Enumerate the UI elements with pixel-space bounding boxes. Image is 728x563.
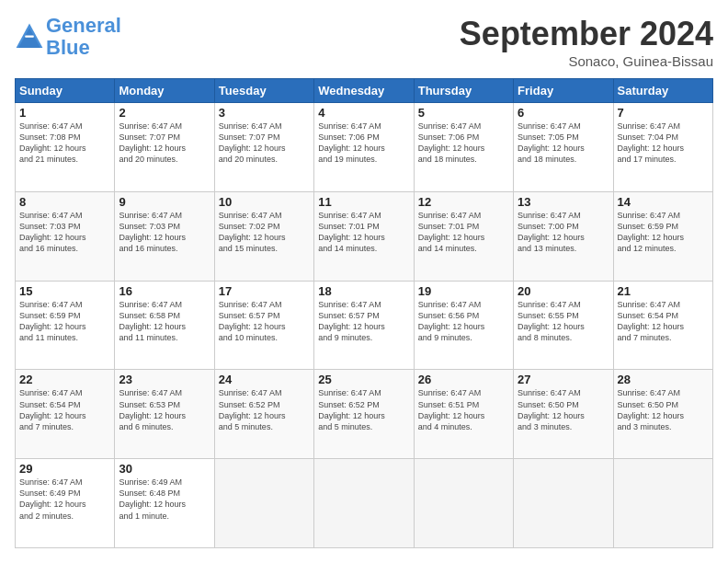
day-info: Sunrise: 6:47 AM Sunset: 6:55 PM Dayligh…	[518, 299, 609, 344]
day-info: Sunrise: 6:47 AM Sunset: 6:59 PM Dayligh…	[618, 210, 709, 255]
day-info: Sunrise: 6:47 AM Sunset: 7:06 PM Dayligh…	[318, 121, 409, 166]
day-info: Sunrise: 6:47 AM Sunset: 6:52 PM Dayligh…	[219, 387, 310, 432]
day-info: Sunrise: 6:47 AM Sunset: 6:56 PM Dayligh…	[418, 299, 509, 344]
day-info: Sunrise: 6:47 AM Sunset: 6:57 PM Dayligh…	[318, 299, 409, 344]
day-number: 24	[219, 373, 310, 386]
calendar-cell: 23Sunrise: 6:47 AM Sunset: 6:53 PM Dayli…	[115, 370, 214, 459]
logo-icon	[15, 22, 44, 52]
day-number: 23	[119, 373, 210, 386]
day-number: 9	[119, 195, 210, 209]
day-number: 17	[219, 284, 310, 298]
week-row-3: 15Sunrise: 6:47 AM Sunset: 6:59 PM Dayli…	[16, 281, 713, 370]
day-info: Sunrise: 6:47 AM Sunset: 6:51 PM Dayligh…	[418, 387, 509, 432]
calendar-cell: 24Sunrise: 6:47 AM Sunset: 6:52 PM Dayli…	[214, 370, 313, 459]
calendar-cell	[514, 459, 613, 548]
day-number: 13	[518, 195, 609, 209]
day-info: Sunrise: 6:47 AM Sunset: 6:54 PM Dayligh…	[618, 299, 709, 344]
calendar-cell: 13Sunrise: 6:47 AM Sunset: 7:00 PM Dayli…	[514, 191, 613, 281]
day-info: Sunrise: 6:47 AM Sunset: 6:50 PM Dayligh…	[518, 387, 609, 432]
day-info: Sunrise: 6:47 AM Sunset: 7:05 PM Dayligh…	[518, 121, 609, 166]
logo-line2: Blue	[46, 36, 90, 59]
day-number: 4	[318, 106, 409, 120]
calendar: SundayMondayTuesdayWednesdayThursdayFrid…	[15, 78, 713, 548]
day-info: Sunrise: 6:47 AM Sunset: 6:49 PM Dayligh…	[19, 477, 110, 522]
calendar-cell: 12Sunrise: 6:47 AM Sunset: 7:01 PM Dayli…	[414, 191, 513, 281]
calendar-cell: 7Sunrise: 6:47 AM Sunset: 7:04 PM Daylig…	[613, 103, 712, 192]
svg-rect-2	[25, 36, 34, 38]
day-info: Sunrise: 6:47 AM Sunset: 7:01 PM Dayligh…	[318, 210, 409, 255]
calendar-cell: 28Sunrise: 6:47 AM Sunset: 6:50 PM Dayli…	[613, 370, 712, 459]
weekday-thursday: Thursday	[414, 79, 513, 103]
weekday-monday: Monday	[115, 79, 214, 103]
day-info: Sunrise: 6:47 AM Sunset: 7:00 PM Dayligh…	[518, 210, 609, 255]
day-info: Sunrise: 6:47 AM Sunset: 7:07 PM Dayligh…	[119, 121, 210, 166]
location: Sonaco, Guinea-Bissau	[460, 53, 713, 69]
calendar-cell	[214, 459, 313, 548]
day-number: 19	[418, 284, 509, 298]
day-info: Sunrise: 6:49 AM Sunset: 6:48 PM Dayligh…	[119, 477, 210, 522]
day-number: 28	[618, 373, 709, 386]
week-row-5: 29Sunrise: 6:47 AM Sunset: 6:49 PM Dayli…	[16, 459, 713, 548]
day-number: 11	[318, 195, 409, 209]
calendar-body: 1Sunrise: 6:47 AM Sunset: 7:08 PM Daylig…	[16, 103, 713, 548]
logo: General Blue	[15, 15, 121, 59]
day-info: Sunrise: 6:47 AM Sunset: 7:01 PM Dayligh…	[418, 210, 509, 255]
calendar-cell	[314, 459, 414, 548]
day-number: 14	[618, 195, 709, 209]
weekday-friday: Friday	[514, 79, 613, 103]
calendar-cell: 22Sunrise: 6:47 AM Sunset: 6:54 PM Dayli…	[16, 370, 115, 459]
day-info: Sunrise: 6:47 AM Sunset: 7:07 PM Dayligh…	[219, 121, 310, 166]
calendar-cell: 26Sunrise: 6:47 AM Sunset: 6:51 PM Dayli…	[414, 370, 513, 459]
day-number: 22	[19, 373, 110, 386]
day-info: Sunrise: 6:47 AM Sunset: 7:04 PM Dayligh…	[618, 121, 709, 166]
day-info: Sunrise: 6:47 AM Sunset: 6:58 PM Dayligh…	[119, 299, 210, 344]
calendar-cell: 8Sunrise: 6:47 AM Sunset: 7:03 PM Daylig…	[16, 191, 115, 281]
day-info: Sunrise: 6:47 AM Sunset: 7:08 PM Dayligh…	[19, 121, 110, 166]
calendar-cell: 14Sunrise: 6:47 AM Sunset: 6:59 PM Dayli…	[613, 191, 712, 281]
calendar-cell: 11Sunrise: 6:47 AM Sunset: 7:01 PM Dayli…	[314, 191, 414, 281]
calendar-cell: 18Sunrise: 6:47 AM Sunset: 6:57 PM Dayli…	[314, 281, 414, 370]
calendar-cell: 15Sunrise: 6:47 AM Sunset: 6:59 PM Dayli…	[16, 281, 115, 370]
day-number: 3	[219, 106, 310, 120]
day-number: 21	[618, 284, 709, 298]
calendar-cell: 29Sunrise: 6:47 AM Sunset: 6:49 PM Dayli…	[16, 459, 115, 548]
day-info: Sunrise: 6:47 AM Sunset: 7:06 PM Dayligh…	[418, 121, 509, 166]
day-info: Sunrise: 6:47 AM Sunset: 6:52 PM Dayligh…	[318, 387, 409, 432]
day-number: 15	[19, 284, 110, 298]
day-info: Sunrise: 6:47 AM Sunset: 6:53 PM Dayligh…	[119, 387, 210, 432]
week-row-1: 1Sunrise: 6:47 AM Sunset: 7:08 PM Daylig…	[16, 103, 713, 192]
calendar-cell: 20Sunrise: 6:47 AM Sunset: 6:55 PM Dayli…	[514, 281, 613, 370]
calendar-cell: 3Sunrise: 6:47 AM Sunset: 7:07 PM Daylig…	[214, 103, 313, 192]
day-info: Sunrise: 6:47 AM Sunset: 6:59 PM Dayligh…	[19, 299, 110, 344]
day-number: 30	[119, 462, 210, 476]
day-info: Sunrise: 6:47 AM Sunset: 7:03 PM Dayligh…	[119, 210, 210, 255]
month-title: September 2024	[460, 15, 713, 53]
day-number: 20	[518, 284, 609, 298]
day-info: Sunrise: 6:47 AM Sunset: 6:54 PM Dayligh…	[19, 387, 110, 432]
day-number: 10	[219, 195, 310, 209]
week-row-2: 8Sunrise: 6:47 AM Sunset: 7:03 PM Daylig…	[16, 191, 713, 281]
calendar-cell: 30Sunrise: 6:49 AM Sunset: 6:48 PM Dayli…	[115, 459, 214, 548]
weekday-tuesday: Tuesday	[214, 79, 313, 103]
page: General Blue September 2024 Sonaco, Guin…	[0, 0, 728, 563]
day-info: Sunrise: 6:47 AM Sunset: 7:02 PM Dayligh…	[219, 210, 310, 255]
logo-text: General Blue	[46, 15, 121, 59]
week-row-4: 22Sunrise: 6:47 AM Sunset: 6:54 PM Dayli…	[16, 370, 713, 459]
title-block: September 2024 Sonaco, Guinea-Bissau	[460, 15, 713, 69]
day-number: 1	[19, 106, 110, 120]
calendar-cell: 6Sunrise: 6:47 AM Sunset: 7:05 PM Daylig…	[514, 103, 613, 192]
day-number: 6	[518, 106, 609, 120]
day-number: 12	[418, 195, 509, 209]
calendar-cell: 4Sunrise: 6:47 AM Sunset: 7:06 PM Daylig…	[314, 103, 414, 192]
calendar-cell: 27Sunrise: 6:47 AM Sunset: 6:50 PM Dayli…	[514, 370, 613, 459]
day-number: 26	[418, 373, 509, 386]
day-number: 27	[518, 373, 609, 386]
calendar-cell: 1Sunrise: 6:47 AM Sunset: 7:08 PM Daylig…	[16, 103, 115, 192]
day-number: 2	[119, 106, 210, 120]
calendar-cell: 21Sunrise: 6:47 AM Sunset: 6:54 PM Dayli…	[613, 281, 712, 370]
weekday-wednesday: Wednesday	[314, 79, 414, 103]
calendar-cell	[613, 459, 712, 548]
calendar-cell	[414, 459, 513, 548]
day-number: 8	[19, 195, 110, 209]
day-number: 5	[418, 106, 509, 120]
